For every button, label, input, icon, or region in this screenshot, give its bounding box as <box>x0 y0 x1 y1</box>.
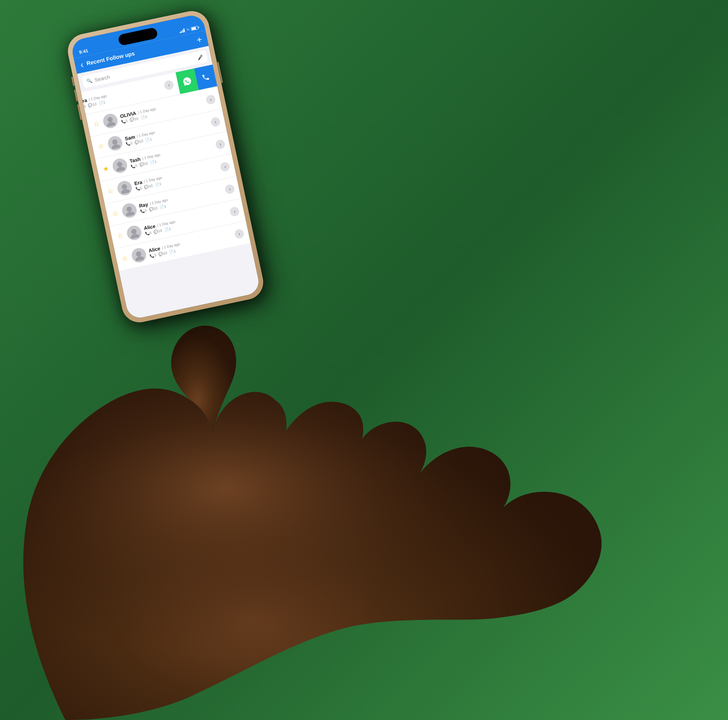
stat-files: 📄1 <box>169 249 176 254</box>
stat-files-tira: 📄1 <box>98 100 106 106</box>
svg-point-13 <box>130 233 140 239</box>
chevron-btn[interactable]: › <box>234 228 245 239</box>
chevron-btn[interactable]: › <box>215 139 226 150</box>
star-tash-2[interactable]: ★ <box>101 164 110 173</box>
contact-name: Ray <box>139 201 148 208</box>
star-alice-6[interactable]: ☆ <box>120 254 130 263</box>
svg-point-8 <box>121 184 127 190</box>
stat-msg-tira: 💬10 <box>87 102 97 107</box>
star-ray-4[interactable]: ☆ <box>111 209 120 218</box>
stat-msg: 💬10 <box>153 228 162 234</box>
status-icons: ∿ <box>179 25 199 34</box>
svg-point-3 <box>107 121 116 127</box>
silent-button <box>71 77 75 86</box>
stat-calls: 📞5 <box>135 186 142 191</box>
avatar <box>116 179 133 196</box>
svg-point-4 <box>112 139 118 145</box>
stat-files: 📄1 <box>154 181 162 187</box>
volume-down-button <box>77 104 82 120</box>
signal-icon <box>179 28 185 33</box>
search-icon: 🔍 <box>86 78 93 84</box>
battery-icon <box>191 26 199 31</box>
chevron-btn[interactable]: › <box>205 94 216 105</box>
svg-point-9 <box>121 188 130 194</box>
star-olivia-0[interactable]: ☆ <box>92 119 101 129</box>
star-sam-1[interactable]: ☆ <box>96 142 106 151</box>
avatar <box>112 157 128 174</box>
add-button[interactable]: + <box>196 35 203 45</box>
stat-msg: 💬10 <box>139 161 148 167</box>
stat-files: 📄1 <box>159 204 167 210</box>
avatar <box>125 224 142 241</box>
svg-point-2 <box>107 116 113 123</box>
chevron-btn[interactable]: › <box>224 184 235 195</box>
stat-files: 📄1 <box>140 115 147 120</box>
svg-point-14 <box>136 251 142 257</box>
back-button[interactable]: ‹ <box>80 60 84 70</box>
stat-calls: 📞5 <box>149 253 157 258</box>
stat-msg: 💬10 <box>148 206 158 211</box>
svg-point-15 <box>135 256 144 262</box>
star-alice-5[interactable]: ☆ <box>115 231 125 241</box>
contact-name-tira: Tira <box>81 97 87 104</box>
svg-point-6 <box>116 161 122 167</box>
stat-calls-tira: 📞5 <box>81 104 86 110</box>
avatar <box>102 112 119 129</box>
avatar <box>130 247 147 264</box>
chevron-tira[interactable]: › <box>164 80 174 90</box>
stat-calls: 📞5 <box>144 231 152 236</box>
stat-files: 📄1 <box>150 159 157 165</box>
chevron-btn[interactable]: › <box>220 161 231 172</box>
svg-point-5 <box>111 144 121 150</box>
stat-calls: 📞5 <box>130 163 138 169</box>
hand-background <box>0 288 728 720</box>
contact-name: Era <box>134 179 142 186</box>
avatar <box>121 202 138 219</box>
stat-msg: 💬10 <box>158 250 167 256</box>
stat-msg: 💬10 <box>130 116 139 122</box>
stat-calls: 📞5 <box>140 208 147 213</box>
svg-point-10 <box>126 206 132 212</box>
wifi-icon: ∿ <box>186 27 190 32</box>
volume-up-button <box>74 90 78 101</box>
stat-files: 📄1 <box>164 226 171 232</box>
svg-point-11 <box>125 211 135 217</box>
mic-icon[interactable]: 🎤 <box>197 54 203 60</box>
power-button <box>217 62 223 83</box>
stat-msg: 💬10 <box>144 184 153 189</box>
avatar <box>107 135 124 152</box>
stat-msg: 💬10 <box>135 139 144 144</box>
contact-list-items: ☆ OLIVIA | 1 Day ago 📞5 💬10 📄1 › ☆ <box>86 87 251 271</box>
stat-calls: 📞5 <box>121 118 128 124</box>
chevron-btn[interactable]: › <box>229 206 240 217</box>
chevron-btn[interactable]: › <box>210 116 221 127</box>
svg-point-7 <box>116 166 125 172</box>
star-era-3[interactable]: ☆ <box>106 186 115 196</box>
svg-point-12 <box>131 228 137 235</box>
stat-calls: 📞5 <box>125 141 133 147</box>
stat-files: 📄1 <box>145 137 152 142</box>
